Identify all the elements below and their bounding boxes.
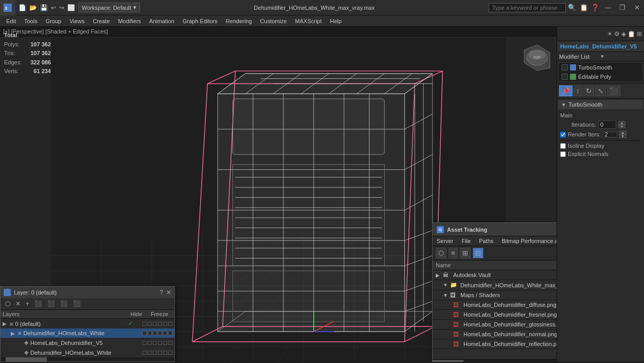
modifier-editable-poly[interactable]: Editable Poly	[559, 72, 642, 81]
at-menu-server[interactable]: Server	[433, 236, 457, 246]
render-iters-down[interactable]: ▼	[619, 134, 627, 138]
at-tool-2[interactable]: ≡	[449, 248, 458, 258]
pt-pin-icon[interactable]: 📌	[559, 85, 573, 96]
open-icon[interactable]: 📂	[28, 4, 38, 11]
editablepoly-name: Editable Poly	[578, 74, 611, 80]
pt-extra-icon[interactable]: ⬛	[607, 85, 620, 96]
at-row-diffuse[interactable]: 🖼 HomeLabs_Dehumidifier_diffuse.png Foun…	[433, 300, 557, 310]
isoline-checkbox[interactable]	[560, 143, 566, 149]
at-menu-file[interactable]: File	[457, 236, 475, 246]
at-row-fresnel[interactable]: 🖼 HomeLabs_Dehumidifier_fresnel.png Foun…	[433, 310, 557, 320]
svg-rect-75	[233, 165, 385, 266]
rp-icon-4[interactable]: 📋	[628, 30, 635, 38]
at-menu-bar: Server File Paths Bitmap Performance and…	[433, 236, 557, 246]
minimize-button[interactable]: —	[601, 1, 615, 15]
main-label: Main	[560, 111, 641, 119]
menu-maxscript[interactable]: MAXScript	[291, 17, 326, 25]
menu-tools[interactable]: Tools	[20, 17, 42, 25]
layer-tool-1[interactable]: ⬡	[4, 300, 12, 308]
iterations-down[interactable]: ▼	[618, 125, 625, 128]
menu-rendering[interactable]: Rendering	[222, 17, 256, 25]
render-icon[interactable]: ⬜	[66, 4, 76, 11]
pt-rotate-icon[interactable]: ↻	[583, 85, 594, 96]
at-row-maps-folder[interactable]: ▼ 🖼 Maps / Shaders	[433, 290, 557, 300]
iterations-input[interactable]	[598, 120, 616, 129]
explicit-normals-checkbox[interactable]	[560, 151, 566, 157]
restore-button[interactable]: ❐	[615, 1, 630, 15]
render-iters-input[interactable]	[603, 132, 617, 137]
at-menu-paths[interactable]: Paths	[475, 236, 497, 246]
menu-modifiers[interactable]: Modifiers	[114, 17, 145, 25]
rp-icon-1[interactable]: ☀	[607, 30, 613, 38]
new-icon[interactable]: 📄	[17, 4, 27, 11]
rp-icon-5[interactable]: ⊞	[637, 30, 642, 38]
menu-customize[interactable]: Customize	[256, 17, 291, 25]
explicit-normals-row: Explicit Normals	[560, 150, 641, 158]
modifier-stack: TurboSmooth Editable Poly	[558, 62, 643, 82]
redo-icon[interactable]: ↪	[58, 4, 65, 11]
menu-edit[interactable]: Edit	[2, 17, 20, 25]
layer-tool-6[interactable]: ⬛	[46, 300, 57, 308]
pt-scale-icon[interactable]: ⤡	[595, 85, 606, 96]
layer-type-icon-1: ≡	[18, 330, 21, 336]
at-tool-4[interactable]: ⊟	[473, 248, 484, 258]
modifier-list-header[interactable]: Modifier List ▾	[557, 52, 644, 61]
layer-tool-7[interactable]: ⬛	[59, 300, 69, 308]
asset-tracking-title-bar[interactable]: Asset Tracking — ❐ ✕	[433, 223, 557, 236]
layer-row-default[interactable]: ▶ ≡ 0 (default) ✓	[1, 319, 174, 329]
menu-help[interactable]: Help	[326, 17, 346, 25]
render-iters-up[interactable]: ▲	[619, 131, 627, 134]
workspace-arrow-icon: ▾	[133, 4, 136, 11]
layer-tool-add[interactable]: +	[24, 300, 31, 308]
at-tool-1[interactable]: ⬡	[436, 248, 446, 258]
menu-animation[interactable]: Animation	[145, 17, 178, 25]
browse-icon[interactable]: 📋	[578, 4, 589, 11]
layer-tool-5[interactable]: ⬛	[33, 300, 44, 308]
viewport[interactable]: [+] [Perspective] [Shaded + Edged Faces]…	[0, 27, 557, 362]
at-row-normal[interactable]: 🖼 HomeLabs_Dehumidifier_normal.png Found	[433, 330, 557, 339]
iterations-spinner[interactable]: ▲ ▼	[618, 121, 625, 128]
render-iters-spinner[interactable]: ▲ ▼	[619, 131, 627, 138]
layer-row-dehumidifier[interactable]: ▶ ≡ Dehumidifier_HOmeLabs_White	[1, 329, 174, 338]
pt-move-icon[interactable]: ↕	[574, 85, 582, 96]
layer-tool-8[interactable]: ⬛	[71, 300, 82, 308]
menu-graph-editors[interactable]: Graph Editors	[178, 17, 222, 25]
layer-panel-close[interactable]: ✕	[166, 289, 171, 296]
close-button[interactable]: ✕	[630, 1, 644, 15]
layer-panel-header[interactable]: Layer: 0 (default) ? ✕	[1, 287, 174, 298]
layer-scroll-thumb[interactable]	[6, 357, 47, 361]
modifier-turbosmooth[interactable]: TurboSmooth	[559, 63, 642, 72]
menu-create[interactable]: Create	[88, 17, 114, 25]
turbosmooth-checkbox[interactable]	[562, 64, 568, 71]
at-menu-bitmap[interactable]: Bitmap Performance and Memory	[497, 236, 557, 246]
turbosmooth-header[interactable]: ▼ TurboSmooth	[558, 100, 643, 109]
rp-icon-3[interactable]: ◈	[621, 30, 626, 38]
at-scroll-thumb[interactable]	[433, 360, 463, 362]
layer-col-freeze: Freeze	[147, 311, 172, 317]
layer-tool-delete[interactable]: ✕	[14, 300, 22, 308]
at-row-reflection[interactable]: 🖼 HomeLabs_Dehumidifier_reflection.png F…	[433, 339, 557, 349]
at-scrollbar[interactable]	[433, 359, 557, 362]
search-icon[interactable]: 🔍	[566, 4, 578, 11]
nav-cube[interactable]: TOP	[522, 42, 552, 73]
undo-icon[interactable]: ↩	[50, 4, 57, 11]
render-iters-checkbox[interactable]	[560, 132, 566, 137]
menu-group[interactable]: Group	[42, 17, 66, 25]
layer-row-homelabs[interactable]: ◆ HomeLabs_Dehumidifier_V5	[1, 338, 174, 348]
search-input[interactable]	[489, 3, 566, 12]
save-icon[interactable]: 💾	[39, 4, 49, 11]
workspace-button[interactable]: Workspace: Default ▾	[78, 3, 140, 12]
at-row-vault[interactable]: ▶ 🏛 Autodesk Vault Logged Out	[433, 270, 557, 280]
iterations-up[interactable]: ▲	[618, 121, 625, 125]
at-row-maxfile[interactable]: ▼ 📁 Dehumidifier_HOmeLabs_White_max_vray…	[433, 280, 557, 290]
menu-views[interactable]: Views	[65, 17, 88, 25]
rp-icon-2[interactable]: ⚙	[614, 30, 620, 38]
editablepoly-checkbox[interactable]	[562, 74, 568, 80]
layer-row-dehumidifier-obj[interactable]: ◆ Dehumidifier_HOmeLabs_White	[1, 348, 174, 357]
at-row-glossiness[interactable]: 🖼 HomeLabs_Dehumidifier_glossiness.png F…	[433, 320, 557, 330]
layer-panel-scrollbar[interactable]	[1, 357, 174, 361]
help-icon[interactable]: ❓	[589, 4, 601, 11]
at-tool-3[interactable]: ⊞	[460, 248, 471, 258]
glossiness-name: HomeLabs_Dehumidifier_glossiness.png	[463, 321, 557, 327]
layer-panel-help[interactable]: ?	[159, 289, 163, 296]
